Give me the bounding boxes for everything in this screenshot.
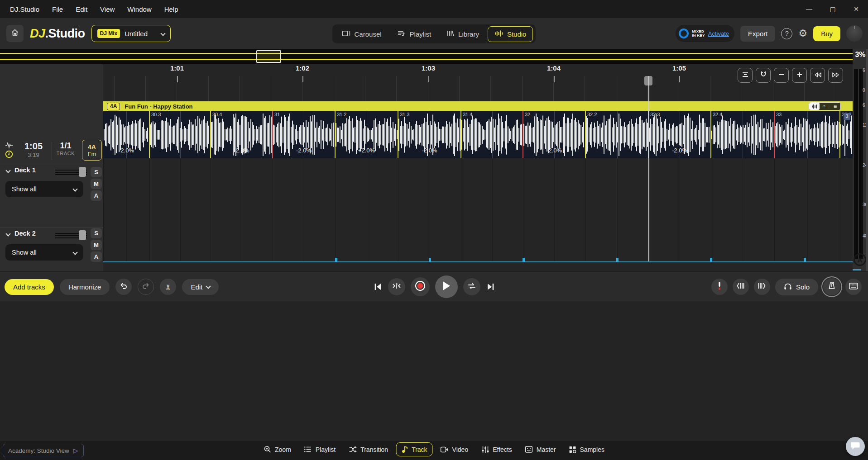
record-button[interactable] [411,277,430,296]
home-button[interactable] [6,25,24,42]
deck1-m-button[interactable]: M [91,179,102,189]
zoom-out-button[interactable] [774,68,789,83]
deck1-s-button[interactable]: S [91,167,102,177]
solo-button[interactable]: Solo [775,279,818,295]
chevron-down-icon [72,186,77,191]
close-button[interactable]: ✕ [844,0,868,18]
menu-window[interactable]: Window [127,5,151,13]
beat-number: 31 [274,112,280,117]
bottom-nav-playlist[interactable]: Playlist [299,443,341,456]
academy-button[interactable]: Academy: Studio View ▷ [3,444,84,457]
menu-view[interactable]: View [100,5,115,13]
skip-start-button[interactable] [374,283,383,291]
bottom-nav-transition[interactable]: Transition [343,443,393,456]
activate-link[interactable]: Activate [708,30,729,37]
bottom-nav-effects[interactable]: Effects [476,443,518,456]
tempo-node[interactable] [335,258,337,262]
overview-zoom-window[interactable] [256,50,281,63]
chat-bubble-button[interactable] [846,437,865,456]
deck1-a-button[interactable]: A [91,190,102,201]
ruler-minor-tick [334,76,334,101]
magnet-button[interactable] [756,68,771,83]
redo-button[interactable] [138,279,154,295]
track-height-button[interactable] [738,68,753,83]
help-button[interactable]: ? [781,28,792,39]
tempo-node[interactable] [523,258,525,262]
minimize-button[interactable]: — [797,0,821,18]
bottom-nav-samples[interactable]: Samples [564,443,610,456]
current-key-box[interactable]: 4A Fm [82,140,102,161]
tab-playlist[interactable]: Playlist [390,26,438,42]
project-dropdown[interactable]: DJ Mix Untitled [91,25,171,42]
settings-gear-icon[interactable]: ⚙ [798,28,807,39]
snap-playhead-button[interactable] [388,278,405,295]
deck2-volume-slider[interactable] [55,231,87,240]
bottom-nav-zoom[interactable]: Zoom [258,442,297,456]
harmonize-button[interactable]: Harmonize [60,279,110,295]
menu-edit[interactable]: Edit [76,5,87,13]
lines-view-icon[interactable]: ≡ [830,103,840,110]
undo-button[interactable] [115,279,132,295]
beat-boundary-yellow [460,111,461,158]
autogain-icon[interactable]: A [854,253,866,266]
metronome-button[interactable] [823,278,840,295]
waveform-segment[interactable] [461,111,523,158]
bottom-nav-track[interactable]: Track [396,442,432,456]
bottom-nav-master[interactable]: Master [520,443,561,456]
tab-studio[interactable]: Studio [488,26,533,42]
tempo-automation-line[interactable] [103,261,853,262]
buy-button[interactable]: Buy [813,26,840,41]
tempo-node[interactable] [710,258,712,262]
waveform-segment[interactable] [711,111,774,158]
fast-forward-button[interactable] [828,68,843,83]
waveform-segment[interactable] [585,111,648,158]
beat-grid-line [807,158,808,261]
tempo-node[interactable] [616,258,619,262]
spectrum-view-icon[interactable]: ≈ [820,103,830,110]
deck1-collapse-icon[interactable] [5,168,10,173]
deck1-label: Deck 1 [14,166,36,174]
add-tracks-button[interactable]: Add tracks [5,279,54,295]
vertical-scrollbar[interactable] [866,49,868,271]
menu-file[interactable]: File [52,5,63,13]
track-clip-header[interactable]: 4A Fun Fun - Happy Station ≈ ≡ [103,101,853,111]
maximize-button[interactable]: ▢ [821,0,844,18]
deck2-volume-knob[interactable] [79,230,86,240]
tab-carousel[interactable]: Carousel [335,26,388,42]
waveform-view-icon[interactable] [809,103,820,110]
deck1-showall-dropdown[interactable]: Show all [5,181,83,197]
skip-end-button[interactable] [486,283,495,291]
cut-button[interactable]: ✂ [160,279,176,295]
record-icon [414,280,426,294]
deck2-m-button[interactable]: M [91,240,102,250]
timeline[interactable]: 1:011:021:031:041:05 4A Fun Fun - Happy … [103,64,853,271]
waveform-segment[interactable] [774,111,840,158]
transport-bar: Add tracks Harmonize ✂ Edit Solo [0,271,868,301]
avatar[interactable] [846,25,863,42]
tab-label: Library [458,30,479,38]
deck1-volume-knob[interactable] [79,167,86,177]
deck2-a-button[interactable]: A [91,251,102,262]
limiter-indicator[interactable] [711,279,728,295]
menu-help[interactable]: Help [164,5,178,13]
tempo-node[interactable] [804,258,806,262]
deck2-collapse-icon[interactable] [5,231,10,236]
play-button[interactable] [435,275,458,298]
timeline-overview[interactable] [0,49,853,64]
menu-djstudio[interactable]: DJ.Studio [10,5,39,13]
bottom-nav-video[interactable]: Video [435,443,474,456]
deck1-volume-slider[interactable] [55,168,87,177]
zoom-in-button[interactable] [792,68,807,83]
nudge-right-button[interactable] [754,279,770,295]
keyboard-shortcuts-button[interactable] [845,279,862,295]
rewind-button[interactable] [810,68,825,83]
deck2-showall-dropdown[interactable]: Show all [5,244,83,261]
waveform-segment[interactable] [149,111,211,158]
loop-button[interactable] [463,278,480,295]
tab-library[interactable]: Library [440,26,486,42]
nudge-left-button[interactable] [733,279,749,295]
deck2-s-button[interactable]: S [91,228,102,238]
export-button[interactable]: Export [740,26,775,42]
edit-dropdown[interactable]: Edit [182,279,219,295]
tempo-node[interactable] [429,258,431,262]
